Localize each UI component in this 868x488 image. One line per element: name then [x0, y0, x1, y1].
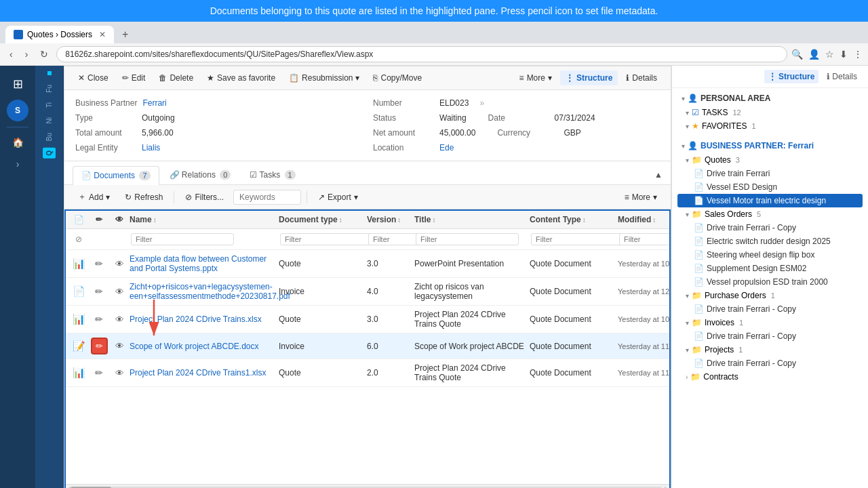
- title-filter-cell[interactable]: [414, 232, 530, 247]
- tasks-row[interactable]: ▾ ☑ TASKS 12: [677, 106, 863, 119]
- proj-item-0[interactable]: 📄 Drive train Ferrari - Copy: [677, 357, 863, 370]
- user-avatar[interactable]: S: [7, 100, 28, 121]
- eye-icon-1[interactable]: 👁: [115, 287, 124, 297]
- sidebar-label-q[interactable]: Q: [43, 148, 56, 159]
- delete-button[interactable]: 🗑 Delete: [153, 70, 199, 85]
- name-cell-3[interactable]: Scope of Work project ABCDE.docx: [130, 342, 279, 351]
- eye-icon-2[interactable]: 👁: [115, 314, 124, 325]
- table-scrollbar[interactable]: ‹ ›: [66, 484, 669, 488]
- sales-orders-header[interactable]: ▾ 📁 Sales Orders 5: [677, 207, 863, 221]
- refresh-docs-button[interactable]: ↻ Refresh: [119, 190, 168, 204]
- view-cell-0[interactable]: 👁: [109, 259, 130, 269]
- tab-relations[interactable]: 🔗 Relations 0: [161, 165, 240, 184]
- po-item-0[interactable]: 📄 Drive train Ferrari - Copy: [677, 302, 863, 316]
- resubmission-button[interactable]: 📋 Resubmission ▾: [283, 70, 365, 85]
- view-cell-2[interactable]: 👁: [109, 314, 130, 325]
- home-icon[interactable]: 🏠: [8, 133, 28, 152]
- projects-header[interactable]: ▾ 📁 Projects 1: [677, 343, 863, 357]
- personal-area-header[interactable]: ▾ 👤 PERSONAL AREA: [677, 91, 863, 106]
- so-item-0[interactable]: 📄 Drive train Ferrari - Copy: [677, 221, 863, 235]
- name-header[interactable]: Name ↕: [130, 215, 279, 224]
- so-item-3[interactable]: 📄 Supplement Design ESM02: [677, 262, 863, 275]
- address-input[interactable]: [56, 46, 787, 62]
- contenttype-filter-cell[interactable]: [530, 232, 618, 247]
- more-button[interactable]: ≡ More ▾: [514, 70, 557, 85]
- details-button[interactable]: ℹ Details: [620, 70, 663, 85]
- back-button[interactable]: ‹: [5, 47, 17, 61]
- sidebar-label-fu[interactable]: Fu: [43, 82, 56, 96]
- so-item-2[interactable]: 📄 Steering wheel design flip box: [677, 248, 863, 262]
- doc-name-4[interactable]: Project Plan 2024 CDrive Trains1.xlsx: [130, 368, 266, 378]
- name-filter-input[interactable]: [131, 233, 234, 245]
- doctype-header[interactable]: Document type ↕: [279, 215, 367, 224]
- save-favorite-button[interactable]: ★ Save as favorite: [201, 70, 281, 85]
- edit-button[interactable]: ✏ Edit: [117, 70, 151, 85]
- modified-filter-cell[interactable]: [618, 232, 671, 247]
- tab-close-btn[interactable]: ✕: [99, 30, 106, 39]
- browser-tab[interactable]: Quotes › Dossiers ✕: [5, 26, 114, 43]
- po-header[interactable]: ▾ 📁 Purchase Orders 1: [677, 289, 863, 302]
- forward-button[interactable]: ›: [21, 47, 33, 61]
- bp-header[interactable]: ▾ 👤 BUSINESS PARTNER: Ferrari: [677, 138, 863, 153]
- view-cell-1[interactable]: 👁: [109, 287, 130, 297]
- name-cell-1[interactable]: Zicht+op+risicos+van+legacysystemen-een+…: [130, 282, 279, 301]
- contenttype-header[interactable]: Content Type ↕: [530, 215, 618, 224]
- doc-name-0[interactable]: Example data flow between Customer and P…: [130, 254, 267, 273]
- sidebar-details-btn[interactable]: ℹ Details: [823, 70, 861, 83]
- doc-name-3[interactable]: Scope of Work project ABCDE.docx: [130, 342, 259, 351]
- name-cell-0[interactable]: Example data flow between Customer and P…: [130, 254, 279, 273]
- download-icon[interactable]: ⬇: [840, 49, 848, 60]
- new-tab-button[interactable]: +: [117, 26, 134, 43]
- modified-filter-input[interactable]: [619, 233, 671, 245]
- view-cell-3[interactable]: 👁: [109, 341, 130, 351]
- location-value[interactable]: Ede: [439, 143, 454, 152]
- profile-icon[interactable]: 👤: [808, 49, 820, 60]
- refresh-button[interactable]: ↻: [36, 47, 52, 61]
- so-item-4[interactable]: 📄 Vessel propulsion ESD train 2000: [677, 275, 863, 289]
- docs-more-button[interactable]: ≡ More ▾: [619, 190, 663, 204]
- title-header[interactable]: Title ↕: [414, 215, 530, 224]
- tab-documents[interactable]: 📄 Documents 7: [73, 166, 159, 185]
- sidebar-expand-icon[interactable]: ›: [12, 155, 24, 174]
- quotes-header[interactable]: ▾ 📁 Quotes 3: [677, 153, 863, 167]
- eye-icon-0[interactable]: 👁: [115, 259, 124, 269]
- so-item-1[interactable]: 📄 Electric switch rudder design 2025: [677, 235, 863, 248]
- name-cell-4[interactable]: Project Plan 2024 CDrive Trains1.xlsx: [130, 368, 279, 378]
- legal-entity-value[interactable]: Lialis: [142, 143, 160, 152]
- version-filter-cell[interactable]: [367, 232, 414, 247]
- contracts-header[interactable]: › 📁 Contracts: [677, 370, 863, 384]
- search-browser-icon[interactable]: 🔍: [791, 49, 803, 60]
- edit-pencil-4[interactable]: ✏: [95, 367, 103, 378]
- edit-pencil-active-3[interactable]: ✏: [91, 338, 108, 354]
- business-partner-value[interactable]: Ferrari: [142, 98, 166, 108]
- version-header[interactable]: Version ↕: [367, 215, 414, 224]
- quote-item-2[interactable]: 📄 Vessel Motor train electric design: [677, 194, 863, 207]
- add-button[interactable]: ＋ Add ▾: [73, 189, 115, 205]
- quote-item-0[interactable]: 📄 Drive train Ferrari: [677, 167, 863, 180]
- eye-icon-4[interactable]: 👁: [115, 368, 124, 378]
- edit-cell-3[interactable]: ✏: [89, 338, 109, 354]
- view-cell-4[interactable]: 👁: [109, 368, 130, 378]
- doctype-filter-cell[interactable]: [279, 232, 367, 247]
- inv-item-0[interactable]: 📄 Drive train Ferrari - Copy: [677, 329, 863, 343]
- export-button[interactable]: ↗ Export ▾: [313, 190, 363, 204]
- title-filter-input[interactable]: [416, 233, 519, 245]
- eye-icon-3[interactable]: 👁: [115, 341, 124, 351]
- name-cell-2[interactable]: Project Plan 2024 CDrive Trains.xlsx: [130, 314, 279, 324]
- tabs-chevron[interactable]: ▲: [654, 170, 663, 180]
- doc-name-2[interactable]: Project Plan 2024 CDrive Trains.xlsx: [130, 314, 262, 324]
- bookmark-icon[interactable]: ☆: [825, 49, 834, 60]
- favorites-row[interactable]: ▾ ★ FAVORITES 1: [677, 119, 863, 133]
- doc-name-1[interactable]: Zicht+op+risicos+van+legacysystemen-een+…: [130, 282, 290, 301]
- edit-pencil-2[interactable]: ✏: [95, 314, 103, 325]
- sidebar-label-ni[interactable]: Ni: [43, 115, 56, 126]
- structure-button[interactable]: ⋮ Structure: [560, 70, 618, 85]
- filters-button[interactable]: ⊘ Filters...: [180, 190, 229, 204]
- edit-cell-0[interactable]: ✏: [89, 258, 109, 269]
- name-filter-cell[interactable]: [130, 232, 279, 247]
- scroll-right-btn[interactable]: ›: [665, 485, 667, 488]
- expand-icon[interactable]: »: [479, 98, 484, 108]
- sidebar-structure-btn[interactable]: ⋮ Structure: [764, 70, 818, 83]
- quote-item-1[interactable]: 📄 Vessel ESD Design: [677, 180, 863, 194]
- sidebar-label-ti[interactable]: Ti: [43, 100, 56, 110]
